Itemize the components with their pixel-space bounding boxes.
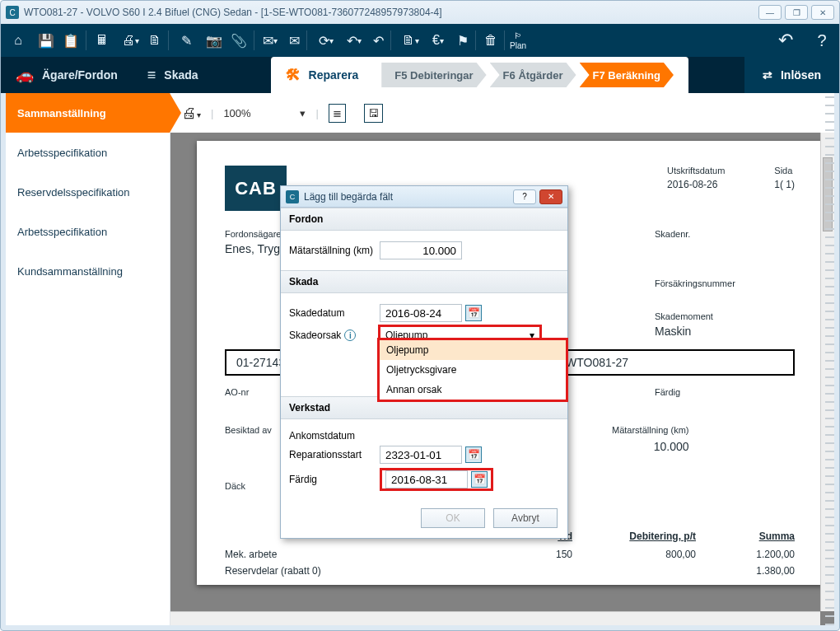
app-icon: C [6, 6, 19, 19]
plan-icon[interactable]: 🏳Plan [510, 28, 526, 53]
skadedatum-label: Skadedatum [289, 307, 380, 319]
repstart-input[interactable] [380, 446, 462, 464]
matar-label: Mätarställning (km) [289, 245, 380, 256]
dialog-titlebar: C Lägg till begärda fält ? ✕ [281, 186, 567, 208]
wrench-icon: 🛠 [286, 67, 301, 84]
camera-icon[interactable]: 📷 [202, 28, 226, 53]
dialog-help-button[interactable]: ? [513, 189, 536, 204]
option-oljepump[interactable]: Oljepump [380, 340, 566, 360]
mat-value: 10.000 [612, 440, 689, 453]
sidebar-item-customer[interactable]: Kundsammanställning [6, 251, 170, 291]
calendar-icon[interactable]: 📅 [465, 305, 482, 321]
document-toolbar: 🖨▾ | 100% ▾ | ≣ 🖫 [170, 93, 834, 133]
tab-inlosen[interactable]: ⇄Inlösen [744, 57, 839, 93]
trash-icon[interactable]: 🗑 [482, 28, 506, 53]
edit-icon[interactable]: ✎ [174, 28, 198, 53]
export-icon[interactable]: 🗎 [146, 28, 170, 53]
ankomst-label: Ankomstdatum [289, 430, 380, 442]
save-icon[interactable]: 💾 [34, 28, 58, 53]
sidebar-item-workspec2[interactable]: Arbetsspecifikation [6, 212, 170, 251]
forsnr-label: Försäkringsnummer [655, 278, 795, 288]
main-toolbar: ⌂ 💾 📋 🖩 🖨▾ 🗎 ✎ 📷 📎 ✉▾ ✉ ⟳▾ ↶▾ ↶ 🗎▾ €▾ ⚑ … [1, 24, 839, 57]
car-icon: 🚗 [16, 66, 34, 84]
window-close[interactable]: ✕ [811, 5, 834, 20]
row-mek-sum: 1.200,00 [729, 549, 795, 560]
row-res-label: Reservdelar (rabatt 0) [225, 565, 474, 577]
print-icon[interactable]: 🖨▾ [182, 105, 201, 122]
horizontal-scrollbar[interactable] [170, 611, 820, 625]
page-label: Sida [774, 166, 795, 175]
print-icon[interactable]: 🖨▾ [118, 28, 142, 53]
row-mek-label: Mek. arbete [225, 549, 474, 560]
matar-input[interactable] [380, 241, 462, 259]
option-annan[interactable]: Annan orsak [380, 380, 566, 400]
cab-logo: CAB [225, 166, 287, 211]
save-disk-icon[interactable]: 🖫 [364, 104, 383, 123]
zoom-select[interactable]: 100% ▾ [223, 107, 306, 119]
reply-icon[interactable]: ✉ [286, 28, 310, 53]
calendar-icon[interactable]: 📅 [465, 446, 482, 463]
add-fields-dialog: C Lägg till begärda fält ? ✕ Fordon Mäta… [280, 185, 568, 539]
ao-label: AO-nr [225, 387, 249, 397]
clipboard-icon[interactable]: 📋 [62, 28, 86, 53]
row-mek-deb: 800,00 [605, 549, 696, 560]
tab-repair[interactable]: 🛠 Reparera F5 Debiteringar F6 Åtgärder F… [271, 57, 688, 93]
printdate-value: 2016-08-26 [667, 179, 725, 190]
info-icon[interactable]: i [344, 330, 356, 341]
skadeorsak-options: Oljepump Oljetrycksgivare Annan orsak [379, 339, 567, 400]
section-skada: Skada [281, 270, 567, 293]
tab-owner[interactable]: 🚗Ägare/Fordon [1, 57, 133, 93]
subtab-berakning[interactable]: F7 Beräkning [580, 63, 674, 87]
option-oljetrycksgivare[interactable]: Oljetrycksgivare [380, 360, 566, 380]
collision-icon: ≡ [147, 67, 156, 84]
cancel-button[interactable]: Avbryt [493, 508, 558, 528]
subtab-atgarder[interactable]: F6 Åtgärder [490, 63, 576, 87]
wto-value: WTO081-27 [556, 351, 638, 374]
sidebar-item-workspec1[interactable]: Arbetsspecifikation [6, 133, 170, 172]
report-sidebar: Sammanställning Arbetsspecifikation Rese… [6, 93, 170, 625]
window-minimize[interactable]: — [758, 5, 782, 20]
sync-icon[interactable]: ⟳▾ [314, 28, 338, 53]
printdate-label: Utskriftsdatum [667, 166, 725, 175]
flag-icon[interactable]: ⚑ [454, 28, 478, 53]
undo-icon[interactable]: ↶▾ [342, 28, 366, 53]
big-undo-icon[interactable]: ↶ [773, 28, 798, 53]
back-icon[interactable]: ↶ [370, 28, 394, 53]
window-maximize[interactable]: ❐ [785, 5, 808, 20]
section-fordon: Fordon [281, 208, 567, 231]
tab-damage[interactable]: ≡Skada [133, 57, 213, 93]
subtab-debiteringar[interactable]: F5 Debiteringar [381, 63, 486, 87]
swap-icon: ⇄ [763, 68, 772, 82]
repstart-label: Reparationsstart [289, 449, 380, 460]
fardig-label: Färdig [655, 387, 795, 397]
skademoment-label: Skademoment [655, 311, 795, 321]
mat-label: Mätarställning (km) [612, 425, 689, 435]
help-icon[interactable]: ? [810, 28, 834, 53]
sidebar-item-summary[interactable]: Sammanställning [6, 93, 170, 133]
row-res-sum: 1.380,00 [729, 565, 795, 577]
skademoment-value: Maskin [655, 325, 795, 338]
attach-icon[interactable]: 📎 [230, 28, 254, 53]
skadenr-label: Skadenr. [655, 229, 795, 239]
skadedatum-input[interactable] [380, 304, 462, 322]
mail-icon[interactable]: ✉▾ [258, 28, 282, 53]
dialog-close-button[interactable]: ✕ [539, 189, 562, 204]
ok-button[interactable]: OK [421, 508, 485, 528]
calendar-icon[interactable]: 📅 [471, 471, 488, 488]
page-value: 1( 1) [774, 179, 795, 190]
sidebar-item-partspec[interactable]: Reservdelsspecifikation [6, 172, 170, 212]
calc-icon[interactable]: 🖩 [90, 28, 114, 53]
col-sum: Summa [729, 531, 795, 542]
dialog-title: Lägg till begärda fält [304, 191, 510, 203]
doc-icon[interactable]: 🗎▾ [398, 28, 422, 53]
nav-row: 🚗Ägare/Fordon ≡Skada 🛠 Reparera F5 Debit… [1, 57, 839, 93]
col-deb: Debitering, p/t [605, 531, 696, 542]
right-collapse-bar[interactable] [825, 93, 834, 625]
home-icon[interactable]: ⌂ [6, 28, 30, 53]
fardig-input[interactable] [385, 470, 468, 488]
dialog-app-icon: C [286, 190, 299, 203]
lines-icon[interactable]: ≣ [329, 104, 346, 123]
fardig-label: Färdig [289, 474, 380, 485]
row-mek-tid: 150 [506, 549, 572, 560]
currency-icon[interactable]: €▾ [426, 28, 450, 53]
